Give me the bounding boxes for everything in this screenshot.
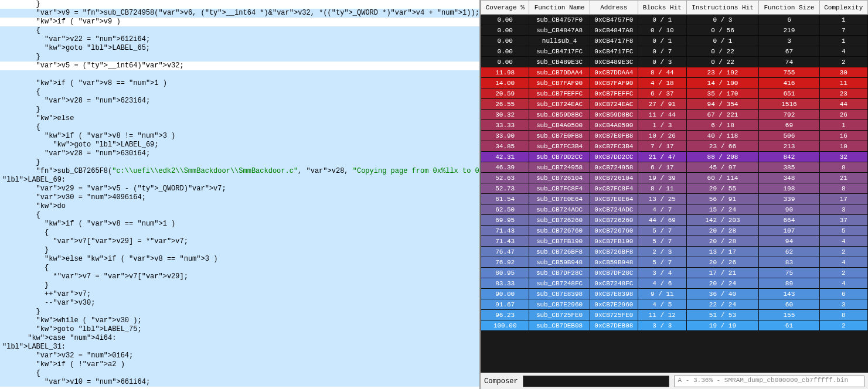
code-line[interactable]: { — [0, 369, 479, 378]
code-line[interactable]: "var">v5 = ("ty">__int64)"var">v32; — [0, 62, 479, 70]
code-line[interactable]: "kw">goto "lbl">LABEL_75; — [0, 325, 479, 334]
code-line[interactable]: "kw">do — [0, 202, 479, 211]
code-line[interactable]: { — [0, 123, 479, 132]
coverage-table[interactable]: Coverage %Function NameAddressBlocks Hit… — [481, 0, 868, 331]
table-row[interactable]: 46.39sub_CB7249580xCB7249586 / 1745 / 97… — [481, 162, 868, 173]
code-line[interactable]: "kw">if ( "var">v9 ) — [0, 18, 479, 26]
code-line[interactable]: } — [0, 281, 479, 290]
col-header[interactable]: Blocks Hit — [638, 1, 686, 15]
table-row[interactable]: 0.00sub_CB489E3C0xCB489E3C0 / 30 / 22742 — [481, 57, 868, 67]
table-cell: 60 — [759, 299, 819, 310]
table-row[interactable]: 52.73sub_CB7FC8F40xCB7FC8F48 / 1129 / 55… — [481, 183, 868, 194]
table-cell: 0xCB7E0FB8 — [590, 131, 638, 141]
code-line[interactable]: "kw">if ( "var">v8 != "num">3 ) — [0, 132, 479, 141]
code-line[interactable]: { — [0, 88, 479, 97]
code-line[interactable]: } — [0, 308, 479, 316]
table-row[interactable]: 69.95sub_CB7262600xCB72626044 / 69142 / … — [481, 215, 868, 226]
table-row[interactable]: 90.00sub_CB7E83980xCB7E83989 / 1136 / 40… — [481, 289, 868, 299]
table-row[interactable]: 42.31sub_CB7DD2CC0xCB7DD2CC21 / 4788 / 2… — [481, 152, 868, 162]
table-row[interactable]: 26.55sub_CB724EAC0xCB724EAC27 / 9194 / 3… — [481, 99, 868, 110]
table-row[interactable]: 71.43sub_CB7FB1900xCB7FB1905 / 720 / 289… — [481, 236, 868, 247]
code-line[interactable]: "var">v29 = "var">v5 - ("ty">_QWORD)"var… — [0, 185, 479, 193]
table-cell: 8 — [819, 183, 868, 194]
code-line[interactable]: } — [0, 246, 479, 255]
code-line[interactable]: { — [0, 26, 479, 35]
code-line[interactable]: "fn">sub_CB7265F8("c:\\uefi\\edk2\\SmmBa… — [0, 167, 479, 176]
col-header[interactable]: Complexity — [819, 1, 868, 15]
code-line[interactable]: "kw">goto "lbl">LABEL_69; — [0, 141, 479, 149]
table-row[interactable]: 34.85sub_CB7FC3B40xCB7FC3B47 / 1723 / 66… — [481, 141, 868, 152]
table-row[interactable]: 76.47sub_CB726BF80xCB726BF82 / 313 / 176… — [481, 247, 868, 257]
code-line[interactable]: "var">v28 = "num">623i64; — [0, 97, 479, 105]
table-row[interactable]: 52.63sub_CB7261040xCB72610419 / 3960 / 1… — [481, 173, 868, 183]
code-line[interactable]: "lbl">LABEL_31: — [0, 343, 479, 352]
code-line[interactable]: "kw">else "kw">if ( "var">v8 == "num">3 … — [0, 255, 479, 264]
code-line[interactable]: "kw">if ( "var">v8 == "num">1 ) — [0, 220, 479, 228]
table-row[interactable]: 80.95sub_CB7DF28C0xCB7DF28C3 / 417 / 217… — [481, 268, 868, 278]
code-line[interactable]: { — [0, 211, 479, 220]
code-line[interactable]: "kw">if ( !"var">a2 ) — [0, 360, 479, 369]
table-cell: 348 — [759, 173, 819, 183]
table-cell: 4 / 5 — [638, 299, 686, 310]
code-line[interactable]: } — [0, 53, 479, 62]
code-line[interactable]: } — [0, 0, 479, 9]
table-cell: 20 / 28 — [686, 236, 759, 247]
table-row[interactable]: 0.00sub_CB4757F00xCB4757F00 / 10 / 361 — [481, 15, 868, 25]
table-cell: 385 — [759, 162, 819, 173]
table-row[interactable]: 11.98sub_CB7DDAA40xCB7DDAA48 / 4423 / 19… — [481, 67, 868, 78]
table-row[interactable]: 100.00sub_CB7DEB080xCB7DEB083 / 319 / 19… — [481, 320, 868, 331]
table-cell: 0 / 7 — [638, 46, 686, 57]
code-line[interactable]: "var">v7["var">v29] = *"var">v7; — [0, 237, 479, 246]
col-header[interactable]: Function Name — [529, 1, 590, 15]
table-row[interactable]: 33.90sub_CB7E0FB80xCB7E0FB810 / 2640 / 1… — [481, 131, 868, 141]
table-row[interactable]: 0.00sub_CB4847A80xCB4847A80 / 100 / 5621… — [481, 25, 868, 36]
table-cell: sub_CB7DEB08 — [529, 320, 590, 331]
table-cell: 32 — [819, 152, 868, 162]
code-line[interactable]: "var">v22 = "num">612i64; — [0, 35, 479, 44]
composer-input[interactable] — [523, 376, 669, 387]
table-cell: 33.33 — [481, 120, 529, 131]
table-cell: 0xCB724ADC — [590, 204, 638, 215]
table-row[interactable]: 30.32sub_CB59D8BC0xCB59D8BC11 / 4467 / 2… — [481, 110, 868, 120]
code-line[interactable] — [0, 70, 479, 79]
code-line[interactable]: "var">v28 = "num">630i64; — [0, 149, 479, 158]
code-line[interactable]: "kw">goto "lbl">LABEL_65; — [0, 44, 479, 53]
code-line[interactable]: "kw">case "num">4i64: — [0, 334, 479, 343]
col-header[interactable]: Coverage % — [481, 1, 529, 15]
table-row[interactable]: 14.00sub_CB7FAF900xCB7FAF904 / 1814 / 10… — [481, 78, 868, 88]
col-header[interactable]: Address — [590, 1, 638, 15]
code-line[interactable]: *"var">v7 = "var">v7["var">v29]; — [0, 272, 479, 281]
code-line[interactable]: "var">v30 = "num">4096i64; — [0, 193, 479, 202]
code-line[interactable]: ++"var">v7; — [0, 290, 479, 299]
table-cell: 8 — [819, 310, 868, 320]
table-row[interactable]: 20.59sub_CB7FEFFC0xCB7FEFFC6 / 3735 / 17… — [481, 88, 868, 99]
code-line[interactable]: "var">v32 = "num">0i64; — [0, 352, 479, 360]
code-line[interactable]: { — [0, 228, 479, 237]
code-line[interactable]: "var">v9 = "fn">sub_CB724958("var">v6, (… — [0, 9, 479, 18]
table-row[interactable]: 91.67sub_CB7E29600xCB7E29604 / 522 / 246… — [481, 299, 868, 310]
table-cell: 416 — [759, 78, 819, 88]
code-line[interactable]: --"var">v30; — [0, 299, 479, 308]
table-cell: 0xCB7FC8F4 — [590, 183, 638, 194]
table-cell: 62.50 — [481, 204, 529, 215]
code-line[interactable]: "var">v10 = "num">661i64; — [0, 378, 479, 387]
code-line[interactable]: { — [0, 264, 479, 272]
code-line[interactable]: "kw">if ( "var">v8 == "num">1 ) — [0, 79, 479, 88]
code-line[interactable]: "lbl">LABEL_69: — [0, 176, 479, 185]
table-row[interactable]: 61.54sub_CB7E0E640xCB7E0E6413 / 2556 / 9… — [481, 194, 868, 204]
table-row[interactable]: 62.50sub_CB724ADC0xCB724ADC4 / 715 / 249… — [481, 204, 868, 215]
table-row[interactable]: 33.33sub_CB4A05000xCB4A05001 / 36 / 1869… — [481, 120, 868, 131]
code-line[interactable]: } — [0, 105, 479, 114]
table-cell: 36 / 40 — [686, 289, 759, 299]
table-row[interactable]: 83.33sub_CB7248FC0xCB7248FC4 / 620 / 248… — [481, 278, 868, 289]
table-row[interactable]: 96.23sub_CB725FE00xCB725FE011 / 1251 / 5… — [481, 310, 868, 320]
code-line[interactable]: } — [0, 158, 479, 167]
table-row[interactable]: 71.43sub_CB7267600xCB7267605 / 720 / 281… — [481, 226, 868, 236]
code-line[interactable]: "kw">else — [0, 114, 479, 123]
code-line[interactable]: "kw">while ( "var">v30 ); — [0, 316, 479, 325]
col-header[interactable]: Function Size — [759, 1, 819, 15]
table-row[interactable]: 0.00sub_CB4717FC0xCB4717FC0 / 70 / 22674 — [481, 46, 868, 57]
table-row[interactable]: 0.00nullsub_40xCB4717F80 / 10 / 131 — [481, 36, 868, 46]
table-row[interactable]: 76.92sub_CB59B9480xCB59B9485 / 720 / 268… — [481, 257, 868, 268]
col-header[interactable]: Instructions Hit — [686, 1, 759, 15]
